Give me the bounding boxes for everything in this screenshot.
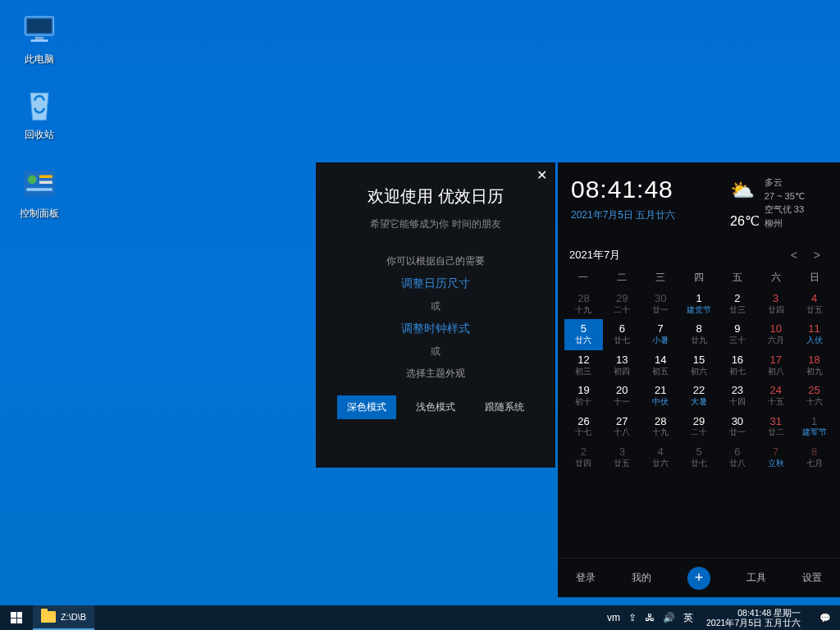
calendar-day-cell[interactable]: 1建军节 — [795, 412, 833, 442]
calendar-day-cell[interactable]: 30廿一 — [641, 289, 680, 319]
welcome-dialog: ✕ 欢迎使用 优效日历 希望它能够成为你 时间的朋友 你可以根据自己的需要 调整… — [316, 162, 555, 468]
calendar-day-cell[interactable]: 20十一 — [603, 381, 641, 411]
calendar-header: 08:41:48 2021年7月5日 五月廿六 ⛅ 26℃ 多云 27 ~ 35… — [558, 162, 840, 240]
calendar-day-cell[interactable]: 17初八 — [756, 350, 795, 381]
calendar-day-cell[interactable]: 18初九 — [795, 350, 833, 381]
calendar-day-cell[interactable]: 6廿七 — [603, 319, 641, 349]
taskbar-clock-date: 2021年7月5日 五月廿六 — [706, 618, 801, 628]
adjust-clock-link[interactable]: 调整时钟样式 — [331, 322, 541, 336]
calendar-day-cell[interactable]: 7立秋 — [756, 442, 795, 472]
welcome-theme-hint: 选择主题外观 — [331, 367, 541, 381]
calendar-day-cell[interactable]: 10六月 — [756, 319, 795, 349]
welcome-or: 或 — [331, 345, 541, 358]
calendar-day-cell[interactable]: 25十六 — [795, 381, 833, 411]
calendar-week-row: 19初十20十一21中伏22大暑23十四24十五25十六 — [564, 381, 833, 411]
calendar-day-cell[interactable]: 5廿七 — [680, 442, 719, 472]
weather-block[interactable]: ⛅ 26℃ 多云 27 ~ 35℃ 空气优 33 柳州 — [730, 176, 830, 231]
calendar-day-cell[interactable]: 26十七 — [564, 412, 603, 442]
calendar-day-cell[interactable]: 24十五 — [756, 381, 795, 411]
tray-volume-icon[interactable]: 🔊 — [663, 612, 675, 623]
calendar-day-cell[interactable]: 8七月 — [795, 442, 833, 472]
calendar-day-cell[interactable]: 23十四 — [718, 381, 756, 411]
calendar-day-cell[interactable]: 19初十 — [564, 381, 603, 411]
calendar-day-cell[interactable]: 4廿五 — [795, 289, 833, 319]
tray-vm-icon[interactable]: vm — [607, 612, 620, 623]
footer-add-button[interactable]: + — [687, 567, 710, 590]
calendar-day-cell[interactable]: 7小暑 — [641, 319, 680, 349]
calendar-day-cell[interactable]: 3廿五 — [603, 442, 641, 472]
calendar-day-cell[interactable]: 31廿二 — [756, 412, 795, 442]
calendar-day-cell[interactable]: 2廿四 — [564, 442, 603, 472]
weather-city: 柳州 — [765, 217, 805, 231]
calendar-day-cell[interactable]: 21中伏 — [641, 381, 680, 411]
footer-settings[interactable]: 设置 — [802, 571, 822, 585]
svg-rect-3 — [31, 39, 48, 42]
desktop-icon-control-panel[interactable]: 控制面板 — [8, 164, 71, 221]
calendar-day-cell[interactable]: 28十九 — [641, 412, 680, 442]
calendar-day-cell[interactable]: 15初六 — [680, 350, 719, 381]
calendar-day-cell[interactable]: 11入伏 — [795, 319, 833, 349]
svg-point-5 — [28, 176, 37, 185]
calendar-day-cell[interactable]: 9三十 — [718, 319, 756, 349]
clock-date: 2021年7月5日 五月廿六 — [571, 208, 724, 222]
weather-cond: 多云 — [765, 176, 805, 189]
calendar-day-cell[interactable]: 8廿九 — [680, 319, 719, 349]
desktop-icon-label: 回收站 — [8, 128, 71, 142]
tray-network-icon[interactable]: 🖧 — [645, 612, 655, 623]
close-icon[interactable]: ✕ — [536, 167, 547, 183]
calendar-week-row: 2廿四3廿五4廿六5廿七6廿八7立秋8七月 — [564, 442, 833, 472]
calendar-week-row: 5廿六6廿七7小暑8廿九9三十10六月11入伏 — [564, 319, 833, 349]
calendar-day-cell[interactable]: 3廿四 — [756, 289, 795, 319]
svg-rect-1 — [27, 19, 52, 34]
calendar-day-cell[interactable]: 4廿六 — [641, 442, 680, 472]
calendar-day-cell[interactable]: 1建党节 — [680, 289, 719, 319]
weekday-cell: 三 — [641, 267, 680, 289]
calendar-week-row: 28十九29二十30廿一1建党节2廿三3廿四4廿五 — [564, 289, 833, 319]
desktop-icon-this-pc[interactable]: 此电脑 — [8, 10, 71, 66]
calendar-day-cell[interactable]: 5廿六 — [564, 319, 603, 349]
system-tray: vm ⇪ 🖧 🔊 英 08:41:48 星期一 2021年7月5日 五月廿六 💬 — [607, 605, 840, 630]
weather-icon: ⛅ — [730, 176, 756, 205]
svg-rect-6 — [39, 176, 52, 179]
calendar-day-cell[interactable]: 16初七 — [718, 350, 756, 381]
calendar-day-cell[interactable]: 27十八 — [603, 412, 641, 442]
calendar-day-cell[interactable]: 29二十 — [680, 412, 719, 442]
weather-temp: 26℃ — [730, 212, 760, 231]
taskbar-clock[interactable]: 08:41:48 星期一 2021年7月5日 五月廿六 — [701, 608, 806, 628]
svg-rect-7 — [39, 181, 52, 185]
calendar-day-cell[interactable]: 12初三 — [564, 350, 603, 381]
footer-mine[interactable]: 我的 — [632, 571, 651, 585]
adjust-size-link[interactable]: 调整日历尺寸 — [331, 276, 541, 291]
calendar-day-cell[interactable]: 6廿八 — [718, 442, 756, 472]
calendar-month-label[interactable]: 2021年7月 — [569, 248, 783, 262]
calendar-day-cell[interactable]: 13初四 — [603, 350, 641, 381]
calendar-day-cell[interactable]: 29二十 — [603, 289, 641, 319]
calendar-day-cell[interactable]: 14初五 — [641, 350, 680, 381]
prev-month-button[interactable]: < — [783, 249, 806, 262]
theme-light-button[interactable]: 浅色模式 — [406, 395, 465, 419]
calendar-day-cell[interactable]: 22大暑 — [680, 381, 719, 411]
desktop-icon-recycle-bin[interactable]: 回收站 — [8, 85, 71, 142]
footer-tools[interactable]: 工具 — [746, 571, 766, 585]
footer-login[interactable]: 登录 — [576, 571, 596, 585]
desktop-icon-label: 控制面板 — [8, 207, 71, 221]
next-month-button[interactable]: > — [806, 249, 829, 262]
calendar-day-cell[interactable]: 2廿三 — [718, 289, 756, 319]
taskbar-clock-time: 08:41:48 星期一 — [706, 608, 801, 618]
calendar-day-cell[interactable]: 30廿一 — [718, 412, 756, 442]
tray-usb-icon[interactable]: ⇪ — [628, 612, 637, 623]
welcome-title: 欢迎使用 优效日历 — [331, 185, 541, 208]
theme-dark-button[interactable]: 深色模式 — [337, 395, 396, 419]
folder-icon — [41, 611, 56, 623]
calendar-day-cell[interactable]: 28十九 — [564, 289, 603, 319]
notification-icon[interactable]: 💬 — [814, 613, 837, 623]
svg-rect-8 — [26, 188, 52, 191]
start-button[interactable] — [0, 605, 33, 630]
taskbar-explorer-item[interactable]: Z:\D\B — [33, 605, 94, 630]
weekday-cell: 六 — [756, 267, 795, 289]
tray-ime[interactable]: 英 — [683, 611, 693, 625]
theme-buttons: 深色模式 浅色模式 跟随系统 — [331, 395, 541, 419]
control-panel-icon — [20, 164, 59, 203]
weekday-cell: 二 — [603, 267, 641, 289]
theme-system-button[interactable]: 跟随系统 — [475, 395, 534, 419]
